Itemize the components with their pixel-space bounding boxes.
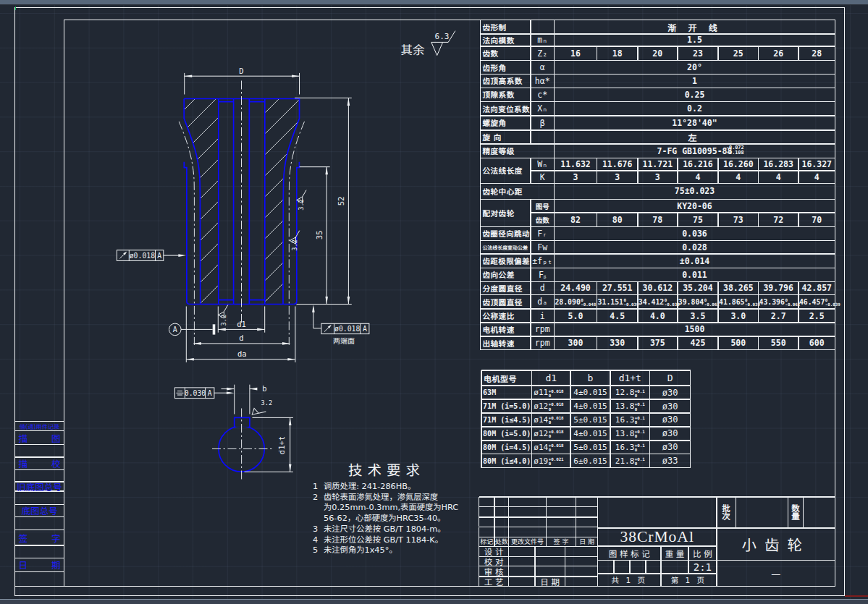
part-no: — — [717, 561, 835, 587]
tolerance-value: 16.3 — [615, 415, 635, 425]
roughness-value: 3.2 — [291, 239, 298, 251]
strip-label-char: 字 — [51, 531, 61, 545]
dim-35-shape — [325, 167, 328, 175]
gdt-left-tolerance: ø0.018 — [130, 252, 155, 260]
tolerance-stack: +0.10 — [635, 402, 645, 411]
gdt-frame-runout-right-shape — [312, 305, 315, 312]
tech-req-line: 为0.25mm-0.3mm,表面硬度为HRC — [313, 501, 458, 512]
ghost-lower: -0.108 — [726, 150, 744, 156]
dim-d: d — [193, 333, 290, 345]
tolerance-stack: +0.10 — [635, 430, 645, 438]
gear-value-merged: 1500 — [554, 323, 835, 336]
gear-value-merged: 0.2 — [554, 102, 835, 116]
gear-row-symbol: 齿数 — [531, 213, 554, 226]
motor-model: 80M (i≤4.0) — [481, 454, 531, 468]
table-line-v — [546, 507, 547, 517]
table-line-v — [494, 517, 494, 527]
motor-header: b — [570, 370, 610, 386]
gear-value-cell: 28 — [799, 46, 835, 61]
gear-value-cell: 82 — [554, 213, 597, 226]
gear-value-cell: 600 — [799, 336, 835, 350]
gear-row-label: 螺旋角 — [480, 116, 531, 130]
ghost-overlap-text: -0.072-0.108 — [726, 145, 744, 156]
tolerance-stack: +0.10 — [635, 416, 645, 425]
gear-value-merged: 1.5 — [554, 34, 835, 46]
gear-row-symbol: Wₙ — [531, 158, 554, 171]
gear-value-cell: 550 — [759, 336, 799, 350]
table-line-v — [645, 561, 646, 574]
gear-value-cell: 75 — [678, 213, 718, 226]
tolerance-value: 13.8 — [615, 401, 635, 411]
dim-da-label: da — [237, 349, 247, 358]
table-line-v — [565, 556, 565, 566]
gear-row-symbol: rpm — [531, 323, 554, 336]
gear-value-merged: 0.011 — [554, 268, 835, 281]
gear-value-merged: 渐 开 线 — [554, 20, 835, 34]
dim-35-label: 35 — [315, 231, 324, 240]
roughness-value: 3.2 — [298, 199, 305, 210]
gear-value-merged: 0.028 — [554, 240, 835, 254]
gear-value-cell: 46.4570-0.039 — [799, 295, 835, 310]
motor-d1t: 16.3+0.10 — [610, 413, 650, 427]
datum-A-shape — [213, 324, 216, 334]
tech-req-text: 齿轮表面渗氮处理，渗氮层深度 — [324, 491, 438, 502]
motor-model: 80M (i=4.5) — [481, 441, 531, 454]
gear-row-label: 齿顶高系数 — [480, 75, 531, 88]
motor-d1: ø11+0.0180 — [531, 386, 570, 399]
gdt-frame-runout-left-shape — [178, 254, 186, 257]
dim-52-shape — [347, 297, 350, 305]
motor-b: 4±0.015 — [570, 399, 610, 413]
gdt-frame-symmetry: 0.030A — [175, 388, 235, 399]
strip-label-char: 描 — [19, 456, 28, 470]
dim-35-shape — [325, 297, 328, 305]
gear-value-cell: 4.5 — [597, 309, 638, 323]
gear-value-cell: 43.3960-0.062 — [759, 295, 799, 310]
gear-row-symbol: Z₂ — [531, 46, 554, 61]
gear-row-symbol: Fw — [531, 240, 554, 254]
tech-req-number: 5 — [313, 544, 324, 555]
gear-value-cell: 4 — [678, 171, 718, 184]
motor-D: ø30 — [650, 399, 691, 413]
motor-D: ø30 — [650, 413, 691, 427]
dim-b-shape — [227, 388, 235, 391]
dim-b-shape — [250, 388, 258, 391]
gear-value-cell: 39.796 — [759, 281, 799, 294]
gear-row-symbol: c* — [531, 88, 554, 101]
gear-value-cell: 16.216 — [678, 158, 718, 171]
tech-req-text: 未注尺寸公差按 GB/T 1804-m。 — [324, 523, 446, 534]
table-line-h — [479, 516, 598, 517]
tech-req-number — [313, 512, 324, 523]
scale-value: 2:1 — [688, 561, 717, 574]
dim-da-shape — [287, 358, 295, 361]
dim-D-shape — [185, 73, 300, 95]
gdt-frame-runout-left: ø0.018A — [117, 250, 186, 261]
strip-label-char: 签 — [19, 531, 28, 545]
gear-value-cell: 20 — [638, 46, 678, 61]
dim-D-shape — [292, 75, 300, 77]
gdt-symmetry-tolerance: 0.030 — [185, 389, 206, 397]
strip-label-char: 日 — [19, 558, 28, 571]
gear-value-cell: 38.265 — [718, 281, 758, 294]
tech-req-lines: 1调质处理: 241-286HB。2齿轮表面渗氮处理，渗氮层深度为0.25mm-… — [313, 480, 458, 555]
gear-value-cell: 31.1510-0.039 — [597, 295, 638, 310]
tolerance-value: 12.8 — [615, 388, 635, 397]
tech-req-text: 未注形位公差按 GB/T 1184-K。 — [324, 534, 443, 545]
gear-value-cell: 11.632 — [554, 158, 597, 171]
tolerance-lower: -0.062 — [704, 302, 720, 307]
strip-record-note: 借(通)用件记录 — [15, 421, 64, 430]
tolerance-stack: 0-0.048 — [581, 298, 596, 307]
dim-d-shape — [193, 342, 201, 345]
motor-d1: ø14+0.0180 — [531, 413, 570, 427]
gdt-right-note: 两端面 — [333, 335, 355, 346]
gear-value-cell: 2.7 — [759, 309, 799, 323]
strip-label-char: 期 — [51, 558, 61, 571]
top-toolbar-strip — [0, 0, 868, 5]
tech-req-number: 4 — [313, 534, 324, 545]
gear-row-symbol: d — [531, 281, 554, 294]
table-line-v — [576, 497, 576, 507]
tolerance-value: 34.412 — [639, 298, 664, 306]
tolerance-lower: 0 — [549, 407, 552, 411]
gear-row-symbol: hα* — [531, 75, 554, 88]
tolerance-stack: +0.0180 — [549, 430, 564, 438]
part-name: 小齿轮 — [717, 528, 835, 561]
